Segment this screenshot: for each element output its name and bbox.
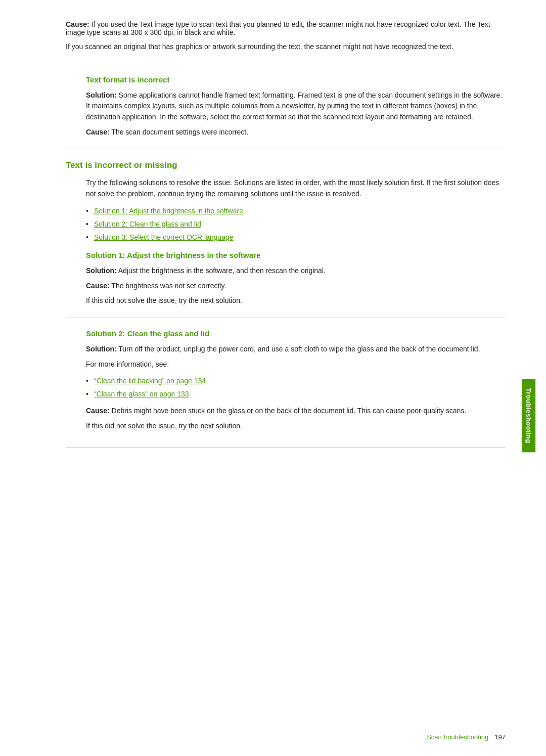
top-cause-para2: If you scanned an original that has grap… [66,41,506,53]
bullet-link-3[interactable]: Solution 3: Select the correct OCR langu… [94,233,234,241]
solution2-link-2[interactable]: “Clean the glass” on page 133 [94,390,189,398]
solution1-label: Solution: [86,266,117,275]
page-content: Cause: If you used the Text image type t… [0,0,546,499]
divider-2 [66,149,506,149]
solution1-followup: If this did not solve the issue, try the… [86,295,506,306]
solution1-cause: Cause: The brightness was not set correc… [86,281,506,292]
solution2-text: Turn off the product, unplug the power c… [117,345,480,353]
bullet-item-3: Solution 3: Select the correct OCR langu… [86,232,506,243]
solution2-cause: Cause: Debris might have been stuck on t… [86,406,506,417]
solution2-for-more: For more information, see: [86,359,506,370]
text-format-section: Text format is incorrect Solution: Some … [66,75,506,138]
solution2-section: Solution 2: Clean the glass and lid Solu… [66,329,506,432]
side-tab-label: Troubleshooting [525,388,532,443]
footer-label: Scan troubleshooting [427,733,488,741]
text-incorrect-section: Text is incorrect or missing Try the fol… [66,160,506,306]
cause-label-s1: Cause: [86,282,110,290]
cause-text-1: If you used the Text image type to scan … [66,20,490,36]
cause-text-s1: The brightness was not set correctly. [110,282,226,290]
solution2-bullet-1: “Clean the lid backing” on page 134 [86,376,506,386]
text-incorrect-heading: Text is incorrect or missing [66,160,506,170]
divider-1 [66,64,506,64]
divider-4 [66,447,506,448]
top-cause-section: Cause: If you used the Text image type t… [66,20,506,53]
solution-text-tf: Some applications cannot handle framed t… [86,91,502,121]
solution2-body: Solution: Turn off the product, unplug t… [86,344,506,370]
bullet-item-1: Solution 1: Adjust the brightness in the… [86,206,506,216]
solution2-label: Solution: [86,345,117,353]
solution2-bullet-list: “Clean the lid backing” on page 134 “Cle… [86,376,506,399]
text-format-cause: Cause: The scan document settings were i… [86,127,506,138]
side-tab: Troubleshooting [522,379,535,453]
divider-3 [66,318,506,318]
bullet-item-2: Solution 2: Clean the glass and lid [86,219,506,230]
cause-text-s2: Debris might have been stuck on the glas… [110,407,467,415]
cause-label-tf: Cause: [86,128,110,136]
footer-page-number: 197 [494,733,506,741]
solution2-bullet-2: “Clean the glass” on page 133 [86,389,506,399]
solution2-solution: Solution: Turn off the product, unplug t… [86,344,506,355]
text-incorrect-bullet-list: Solution 1: Adjust the brightness in the… [86,206,506,243]
top-cause-para1: Cause: If you used the Text image type t… [66,20,506,36]
solution1-body: Solution: Adjust the brightness in the s… [86,265,506,306]
bullet-link-2[interactable]: Solution 2: Clean the glass and lid [94,220,201,228]
solution2-followup: If this did not solve the issue, try the… [86,421,506,432]
solution1-heading: Solution 1: Adjust the brightness in the… [86,251,506,259]
text-format-heading: Text format is incorrect [86,75,506,84]
footer: Scan troubleshooting 197 [427,733,506,741]
solution1-text: Adjust the brightness in the software, a… [117,266,326,275]
cause-text-tf: The scan document settings were incorrec… [110,128,248,136]
solution-label-tf: Solution: [86,91,117,99]
text-incorrect-intro: Try the following solutions to resolve t… [86,177,506,199]
text-format-body: Solution: Some applications cannot handl… [86,90,506,138]
solution2-link-1[interactable]: “Clean the lid backing” on page 134 [94,377,206,385]
solution1-solution: Solution: Adjust the brightness in the s… [86,265,506,277]
bullet-link-1[interactable]: Solution 1: Adjust the brightness in the… [94,207,243,215]
solution2-cause-block: Cause: Debris might have been stuck on t… [86,406,506,431]
solution2-heading: Solution 2: Clean the glass and lid [86,329,506,338]
text-format-solution: Solution: Some applications cannot handl… [86,90,506,123]
cause-label-s2: Cause: [86,407,110,415]
cause-label-1: Cause: [66,20,89,28]
